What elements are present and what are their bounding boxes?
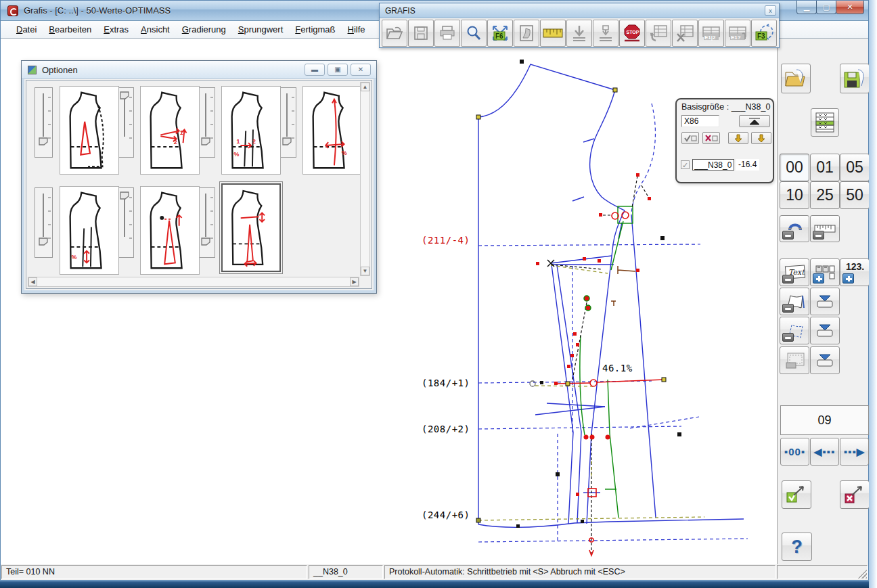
step-back-button[interactable]: ◀▪▪▪ — [810, 438, 839, 466]
drop-selector-1-button[interactable] — [810, 288, 840, 315]
option-1-slider[interactable] — [35, 87, 53, 158]
drop-selector-2-button[interactable] — [810, 317, 840, 344]
grid-windows-add-button[interactable] — [810, 258, 840, 286]
svg-text:E1|2: E1|2 — [704, 35, 716, 41]
grade-step-05-button[interactable]: 05 — [840, 154, 870, 181]
grade-step-01-button[interactable]: 01 — [810, 154, 840, 181]
page-icon — [518, 24, 535, 42]
grafis-toolbar-close-button[interactable]: x — [765, 5, 776, 16]
basisgroesse-title: Basisgröße : ___N38_0 — [681, 102, 770, 112]
option-2-thumbnail[interactable]: 1 2 — [140, 86, 200, 175]
option-1-thumbnail[interactable] — [60, 86, 119, 175]
confirm-button[interactable] — [782, 480, 811, 509]
menu-extras[interactable]: Extras — [97, 22, 135, 37]
option-5-slider[interactable] — [35, 187, 53, 258]
stop-button[interactable]: STOP — [619, 20, 645, 47]
numbers-add-button[interactable]: 123. — [840, 258, 870, 286]
arrow-down-part-icon — [598, 24, 614, 42]
grafis-toolbar: GRAFIS x F6 STOP E1|2 E1? — [379, 3, 780, 48]
save-button[interactable] — [408, 20, 434, 47]
grade-label-211: (211/-4) — [422, 235, 470, 246]
print-icon — [438, 25, 456, 41]
option-7-slider[interactable] — [197, 187, 215, 258]
option-7-thumbnail-selected[interactable] — [221, 183, 281, 272]
grade-step-10-button[interactable]: 10 — [780, 181, 809, 209]
part-measure-toggle-button[interactable] — [780, 288, 809, 315]
text-toggle-button[interactable]: Text — [780, 258, 809, 286]
maximize-button[interactable]: ▢ — [816, 1, 836, 14]
go-to-start-button[interactable]: ▪00▪ — [780, 438, 809, 466]
scroll-left-arrow[interactable]: ◀ — [28, 277, 37, 286]
option-4-slider[interactable] — [278, 87, 296, 158]
option-5-thumbnail[interactable]: % — [60, 186, 119, 275]
option-3-thumbnail[interactable]: 1 2 % — [221, 86, 281, 175]
menu-fertigmass[interactable]: Fertigmaß — [289, 22, 341, 37]
table-reload-button[interactable] — [646, 20, 671, 47]
table-e12-button[interactable]: E1|2 — [698, 20, 724, 47]
grafis-toolbar-titlebar[interactable]: GRAFIS x — [380, 3, 779, 18]
size-input[interactable] — [681, 115, 719, 127]
apply-check-button[interactable] — [681, 132, 699, 144]
status-size-field: __N38_0 — [309, 565, 383, 579]
green-seam-lines — [580, 206, 633, 518]
menu-datei[interactable]: Datei — [10, 22, 43, 37]
minimize-button[interactable]: ▁ — [796, 1, 817, 14]
menu-sprungwert[interactable]: Sprungwert — [232, 22, 289, 37]
optionen-titlebar[interactable]: Optionen ▬ ▣ ✕ — [22, 61, 376, 79]
table-e1q-button[interactable]: E1? — [725, 20, 750, 47]
main-window: Grafis - [C: ..\] - 50-Werte-OPTIMASS ▁ … — [0, 0, 869, 580]
optionen-minimize-button[interactable]: ▬ — [305, 64, 325, 76]
size-row-checkbox[interactable]: ✓ — [681, 160, 690, 169]
optionen-maximize-button[interactable]: ▣ — [328, 64, 348, 76]
save-part-button[interactable] — [840, 64, 870, 93]
table-delete-button[interactable] — [672, 20, 698, 47]
insert-below-button[interactable] — [566, 20, 592, 47]
grade-step-50-button[interactable]: 50 — [840, 181, 870, 209]
drop-selector-3-button[interactable] — [810, 346, 840, 374]
help-button[interactable]: ? — [782, 533, 812, 561]
print-button[interactable] — [434, 20, 460, 47]
move-down-button[interactable] — [728, 132, 748, 144]
reject-x-button[interactable] — [702, 132, 720, 144]
open-part-button[interactable] — [781, 64, 811, 93]
measure-tape-button[interactable] — [540, 20, 566, 47]
plot-layers-button[interactable] — [780, 346, 809, 374]
menu-ansicht[interactable]: Ansicht — [135, 22, 176, 37]
scroll-right-arrow[interactable]: ▶ — [350, 277, 359, 286]
optionen-close-button[interactable]: ✕ — [351, 64, 371, 76]
optionen-horizontal-scrollbar[interactable]: ◀ ▶ — [28, 277, 359, 287]
grade-step-25-button[interactable]: 25 — [810, 181, 840, 209]
f6-zoom-part-button[interactable]: F6 — [487, 20, 513, 47]
option-6-thumbnail[interactable] — [140, 186, 200, 275]
open-button[interactable] — [382, 20, 407, 47]
move-down-all-button[interactable] — [751, 132, 771, 144]
grade-step-00-button[interactable]: 00 — [780, 154, 809, 181]
close-button[interactable]: ✕ — [836, 1, 864, 14]
part-copy-toggle-button[interactable] — [780, 317, 809, 344]
option-3-slider[interactable] — [197, 87, 215, 158]
snap-magnet-toggle-button[interactable] — [780, 215, 809, 242]
size-table-button[interactable] — [811, 108, 839, 137]
collapse-up-button[interactable] — [739, 115, 770, 127]
status-part-field: Teil= 010 NN — [1, 565, 307, 579]
scroll-down-arrow[interactable]: ▼ — [361, 267, 369, 275]
table-e1q-icon: E1? — [727, 24, 748, 42]
drawing-canvas[interactable]: (211/-4) (184/+1) (208/+2) (244/+6) 46.1… — [1, 39, 868, 564]
measure-toggle-button[interactable] — [810, 215, 840, 242]
f3-measure-circle-button[interactable]: F3 — [751, 20, 777, 47]
optionen-vertical-scrollbar[interactable]: ▲ ▼ — [360, 82, 370, 276]
step-forward-button[interactable]: ▪▪▪▶ — [840, 438, 869, 466]
zoom-button[interactable] — [461, 20, 487, 47]
page-view-button[interactable] — [514, 20, 539, 47]
insert-part-below-button[interactable] — [593, 20, 619, 47]
minus-badge — [813, 231, 824, 240]
plus-badge — [842, 273, 854, 284]
menu-bearbeiten[interactable]: Bearbeiten — [43, 22, 97, 37]
menu-hilfe[interactable]: Hilfe — [342, 22, 372, 37]
option-4-thumbnail[interactable]: % — [302, 86, 362, 175]
scroll-up-arrow[interactable]: ▲ — [361, 83, 369, 91]
menu-gradierung[interactable]: Gradierung — [176, 22, 232, 37]
corner-markers — [476, 88, 666, 522]
cancel-button[interactable] — [840, 480, 870, 509]
open-icon — [386, 25, 403, 41]
